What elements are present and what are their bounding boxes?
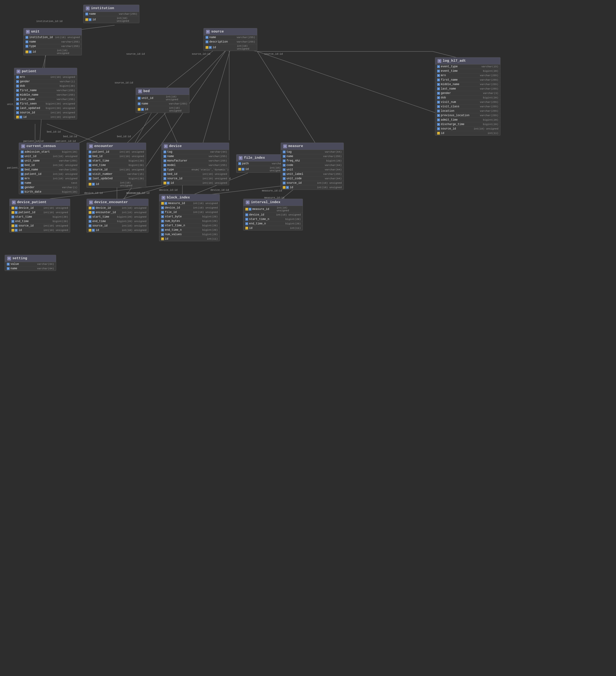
table-icon: ⊞ <box>12 201 16 204</box>
table-institution-header: ⊞ institution <box>84 5 139 12</box>
table-device-name: device <box>169 144 182 148</box>
table-icon: ⊞ <box>16 70 20 73</box>
relation-source-bed2: source_id:id <box>115 81 133 84</box>
relation-device-encounter: device_id:id <box>84 192 103 194</box>
table-icon: ⊞ <box>164 145 168 148</box>
relation-source-bed: source_id:id <box>126 53 145 55</box>
table-current-census-name: current_census <box>27 144 56 148</box>
table-block-index-name: block_index <box>167 195 190 200</box>
table-setting-name: setting <box>12 257 27 261</box>
relation-device-block: device_id:id <box>159 189 177 191</box>
table-device-encounter-name: device_encounter <box>94 200 128 204</box>
table-source: ⊞ source ⊞namevarchar(255) ⊞descriptionv… <box>203 28 257 51</box>
table-icon: ⊞ <box>86 7 90 10</box>
table-icon: ⊞ <box>21 145 25 148</box>
table-device-encounter: ⊞ device_encounter 🔑⊞device_idint(10) un… <box>87 199 149 233</box>
table-icon: ⊞ <box>438 59 441 63</box>
table-icon: ⊞ <box>246 201 250 204</box>
relation-bed-encounter: bed_id:id <box>47 130 61 133</box>
table-block-index: ⊞ block_index 🔑⊞measure_idint(10) unsign… <box>159 194 220 241</box>
table-institution: ⊞ institution ⊞ name varchar(255) 🔑⊞ id … <box>83 5 139 23</box>
relation-institution-unit: institution_id:id <box>36 20 62 23</box>
table-setting-header: ⊞ setting <box>5 255 56 262</box>
table-current-census-header: ⊞ current_census <box>19 143 79 150</box>
relation-bed-encounter2: bed_id:id <box>63 135 77 138</box>
relation-patient-census: patient_id:id <box>23 140 44 143</box>
table-icon: ⊞ <box>89 201 93 204</box>
table-block-index-header: ⊞ block_index <box>159 194 220 201</box>
svg-line-7 <box>126 112 159 144</box>
table-icon: ⊞ <box>26 30 30 34</box>
table-log-hl7-adt: ⊞ log_hl7_adt ⊞event_typevarchar(15) ⊞ev… <box>435 57 501 135</box>
table-device-header: ⊞ device <box>162 143 229 150</box>
table-measure-name: measure <box>288 144 303 148</box>
table-encounter-name: encounter <box>94 144 113 148</box>
table-encounter-header: ⊞ encounter <box>87 143 146 150</box>
table-icon: ⊞ <box>7 257 11 261</box>
table-interval-index-name: interval_index <box>251 200 280 204</box>
table-unit: ⊞ unit ⊞institution_idint(10) unsigned ⊞… <box>23 28 82 55</box>
table-device: ⊞ device ⊞tagvarchar(64) ⊞namevarchar(25… <box>161 143 229 185</box>
table-source-name: source <box>211 30 224 34</box>
table-source-header: ⊞ source <box>204 28 257 35</box>
table-file-index-name: file_index <box>244 156 265 160</box>
table-measure-header: ⊞ measure <box>281 143 344 150</box>
table-device-patient-header: ⊞ device_patient <box>10 199 70 206</box>
relation-bed-device: bed_id:id <box>117 135 131 138</box>
table-patient-header: ⊞ patient <box>14 68 77 75</box>
relation-source-mid: source_id:id <box>192 53 210 55</box>
relation-source-device: source_id:id <box>126 192 145 194</box>
table-icon: ⊞ <box>162 196 165 200</box>
svg-line-9 <box>164 112 178 144</box>
relation-device-block2: device_id:id <box>210 189 229 191</box>
connections-svg <box>0 0 616 676</box>
table-device-patient-name: device_patient <box>17 200 47 204</box>
table-icon: ⊞ <box>283 145 287 148</box>
table-institution-name: institution <box>91 6 114 10</box>
table-bed-header: ⊞ bed <box>136 88 189 95</box>
table-interval-index: ⊞ interval_index 🔑⊞measure_idint(10) uns… <box>243 199 303 230</box>
relation-source-right: source_id:id <box>264 53 283 55</box>
table-log-hl7-adt-name: log_hl7_adt <box>443 59 466 63</box>
table-measure: ⊞ measure ⊞tagvarchar(64) ⊞namevarchar(2… <box>280 143 344 190</box>
table-bed-name: bed <box>143 89 150 93</box>
relation-patient-encounter: patient_id:id <box>56 140 76 143</box>
table-current-census: ⊞ current_census ⊞admission_startbigint(… <box>19 143 80 194</box>
table-interval-index-header: ⊞ interval_index <box>244 199 303 206</box>
table-patient: ⊞ patient ⊞mrnint(10) unsigned ⊞genderva… <box>14 68 77 119</box>
table-device-patient: ⊞ device_patient 🔑⊞device_idint(10) unsi… <box>9 199 70 233</box>
table-unit-name: unit <box>31 30 40 34</box>
relation-measure-block: measure_id:id <box>262 189 282 192</box>
table-icon: ⊞ <box>206 30 210 34</box>
table-device-encounter-header: ⊞ device_encounter <box>87 199 148 206</box>
table-icon: ⊞ <box>89 145 93 148</box>
table-encounter: ⊞ encounter ⊞patient_idint(10) unsigned … <box>87 143 146 188</box>
table-unit-header: ⊞ unit <box>23 28 82 35</box>
table-patient-name: patient <box>22 69 37 73</box>
table-icon: ⊞ <box>138 90 142 93</box>
table-bed: ⊞ bed ⊞unit_idint(10) unsigned ⊞namevarc… <box>136 88 190 113</box>
field-institution-name: ⊞ name varchar(255) <box>84 12 139 16</box>
svg-line-19 <box>257 51 316 144</box>
table-icon: ⊞ <box>239 156 243 160</box>
table-log-hl7-adt-header: ⊞ log_hl7_adt <box>435 57 500 64</box>
table-setting: ⊞ setting ⊞valuevarchar(64) ⊞namevarchar… <box>5 255 56 271</box>
field-institution-id: 🔑⊞ id int(10) unsigned <box>84 16 139 23</box>
